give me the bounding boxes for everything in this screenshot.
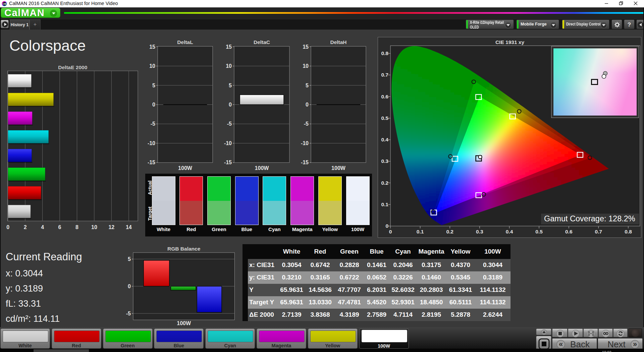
svg-text:5: 5: [229, 83, 232, 88]
svg-text:0.1: 0.1: [417, 229, 424, 234]
svg-text:-5: -5: [151, 121, 155, 127]
svg-text:0.4: 0.4: [506, 229, 513, 234]
svg-text:DeltaH: DeltaH: [330, 39, 346, 45]
svg-text:2: 2: [24, 224, 27, 230]
svg-text:100W: 100W: [178, 165, 193, 171]
svg-text:0: 0: [229, 102, 232, 107]
svg-text:6: 6: [58, 224, 61, 230]
svg-text:Gamut Coverage: 128.2%: Gamut Coverage: 128.2%: [544, 214, 635, 223]
svg-text:15: 15: [149, 44, 155, 50]
svg-text:4: 4: [41, 224, 44, 230]
svg-text:0.3: 0.3: [476, 229, 483, 234]
svg-text:0.7: 0.7: [381, 72, 388, 78]
svg-text:CIE 1931 xy: CIE 1931 xy: [495, 39, 525, 45]
svg-text:0.2: 0.2: [381, 180, 388, 186]
svg-text:0.2: 0.2: [446, 229, 453, 234]
svg-text:«: «: [559, 340, 563, 348]
svg-text:0.5: 0.5: [381, 115, 388, 121]
svg-text:0.6: 0.6: [565, 229, 573, 234]
svg-text:0.1: 0.1: [381, 202, 388, 207]
svg-text:DeltaE 2000: DeltaE 2000: [58, 64, 87, 70]
svg-text:0: 0: [6, 224, 9, 230]
svg-text:100W: 100W: [177, 320, 191, 326]
svg-text:-10: -10: [148, 140, 155, 146]
svg-text:15: 15: [226, 44, 232, 50]
svg-text:10: 10: [149, 63, 155, 69]
svg-text:0.5: 0.5: [535, 229, 543, 234]
svg-text:-5: -5: [126, 311, 131, 316]
svg-text:0.3: 0.3: [381, 158, 388, 164]
svg-text:5: 5: [152, 83, 155, 88]
svg-text:Back: Back: [570, 339, 590, 349]
svg-text:10: 10: [303, 63, 309, 69]
svg-text:»: »: [633, 340, 637, 348]
svg-text:12: 12: [108, 224, 114, 230]
svg-text:CM: CM: [3, 3, 6, 5]
svg-text:8: 8: [75, 224, 78, 230]
svg-text:-15: -15: [148, 160, 155, 165]
svg-text:100W: 100W: [255, 165, 269, 171]
svg-text:0: 0: [128, 283, 131, 289]
svg-text:0.8: 0.8: [625, 229, 632, 234]
svg-text:DeltaL: DeltaL: [177, 39, 193, 45]
svg-text:-5: -5: [227, 121, 232, 127]
svg-text:100W: 100W: [331, 165, 346, 171]
svg-text:-5: -5: [304, 121, 309, 127]
svg-text:0.7: 0.7: [595, 229, 602, 234]
svg-text:15: 15: [303, 44, 309, 50]
svg-text:0: 0: [385, 223, 388, 229]
svg-text:-15: -15: [224, 160, 232, 165]
svg-text:5: 5: [306, 83, 309, 88]
svg-text:0: 0: [389, 229, 392, 234]
svg-text:0: 0: [152, 102, 155, 107]
svg-text:10: 10: [226, 63, 232, 69]
svg-text:Next: Next: [607, 339, 626, 349]
svg-text:10: 10: [91, 224, 97, 230]
svg-text:0.8: 0.8: [381, 50, 388, 56]
svg-text:0.6: 0.6: [381, 94, 388, 99]
svg-text:14: 14: [126, 224, 132, 230]
svg-text:-10: -10: [301, 140, 309, 146]
svg-text:-10: -10: [224, 140, 232, 146]
svg-text:-15: -15: [301, 160, 309, 165]
svg-text:0: 0: [306, 102, 309, 107]
svg-text:DeltaC: DeltaC: [254, 39, 270, 45]
svg-text:0.4: 0.4: [381, 137, 388, 142]
svg-text:5: 5: [128, 256, 131, 262]
svg-text:RGB Balance: RGB Balance: [167, 246, 201, 252]
